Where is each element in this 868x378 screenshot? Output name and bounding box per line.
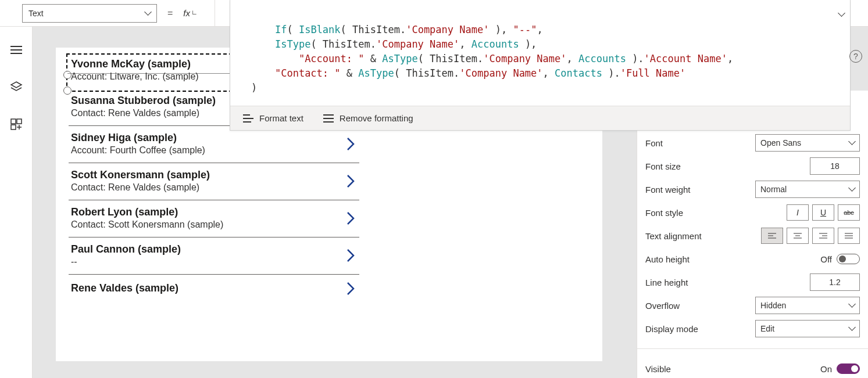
fontweight-select[interactable]: Normal (755, 181, 860, 198)
chevron-right-icon[interactable] (345, 136, 357, 152)
item-subtitle: Contact: Rene Valdes (sample) (71, 182, 210, 193)
fontsize-label: Font size (645, 161, 681, 171)
svg-rect-6 (11, 125, 16, 129)
item-subtitle: Contact: Rene Valdes (sample) (71, 108, 216, 118)
fx-label[interactable]: fx (183, 8, 209, 18)
item-subtitle: Contact: Scott Konersmann (sample) (71, 219, 223, 230)
svg-rect-4 (11, 119, 16, 124)
fontweight-label: Font weight (645, 185, 691, 195)
fontsize-input[interactable]: 18 (810, 157, 860, 175)
left-rail (0, 27, 33, 378)
formula-toolbar: Format text Remove formatting (230, 106, 850, 130)
chevron-down-icon[interactable] (839, 7, 844, 21)
chevron-down-icon (849, 138, 855, 147)
item-title: Susanna Stubberod (sample) (71, 95, 216, 107)
hamburger-icon[interactable] (9, 43, 23, 57)
chevron-down-icon (849, 185, 855, 194)
item-subtitle: -- (71, 257, 181, 267)
textalign-label: Text alignment (645, 231, 702, 241)
gallery-item[interactable]: Rene Valdes (sample) (69, 275, 359, 304)
chevron-down-icon (849, 324, 855, 333)
font-label: Font (645, 138, 663, 148)
chevron-down-icon (190, 9, 198, 17)
font-select[interactable]: Open Sans (755, 134, 860, 152)
remove-formatting-button[interactable]: Remove formatting (323, 113, 413, 123)
svg-rect-5 (17, 119, 22, 124)
property-select[interactable]: Text (22, 4, 157, 23)
item-title: Yvonne McKay (sample) (71, 58, 199, 70)
align-justify-button[interactable] (838, 228, 860, 244)
chevron-right-icon[interactable] (345, 173, 357, 189)
remove-format-icon (323, 114, 334, 123)
gallery-item[interactable]: Robert Lyon (sample) Contact: Scott Kone… (69, 200, 359, 237)
equals-sign: = (165, 8, 175, 19)
chevron-right-icon[interactable] (345, 210, 357, 226)
autoheight-value: Off (820, 254, 832, 264)
overflow-label: Overflow (645, 301, 680, 311)
align-right-button[interactable] (812, 228, 834, 244)
chevron-down-icon (849, 301, 855, 310)
displaymode-select[interactable]: Edit (755, 320, 860, 337)
autoheight-toggle[interactable] (837, 254, 860, 264)
properties-panel: (sample) Font Open Sans Font size 18 Fon… (637, 91, 868, 378)
chevron-right-icon[interactable] (345, 280, 357, 297)
property-select-value: Text (28, 9, 44, 18)
gallery-item[interactable]: Sidney Higa (sample) Account: Fourth Cof… (69, 126, 359, 163)
item-title: Rene Valdes (sample) (71, 282, 178, 294)
chevron-right-icon[interactable] (345, 247, 357, 264)
lineheight-label: Line height (645, 278, 688, 287)
fontstyle-label: Font style (645, 208, 683, 218)
align-center-button[interactable] (787, 228, 809, 244)
align-left-button[interactable] (761, 228, 783, 244)
formula-bar[interactable]: If( IsBlank( ThisItem.'Company Name' ), … (230, 0, 851, 131)
svg-marker-3 (11, 82, 22, 88)
help-icon[interactable]: ? (849, 50, 862, 63)
format-icon (243, 114, 253, 123)
displaymode-label: Display mode (645, 324, 698, 334)
visible-toggle[interactable] (837, 363, 860, 374)
item-subtitle: Account: Litware, Inc. (sample) (71, 71, 199, 82)
lineheight-input[interactable]: 1.2 (810, 273, 860, 291)
italic-button[interactable]: I (787, 204, 809, 221)
format-text-button[interactable]: Format text (243, 113, 303, 123)
visible-value: On (820, 364, 832, 374)
overflow-select[interactable]: Hidden (755, 297, 860, 314)
layers-icon[interactable] (9, 80, 23, 94)
item-subtitle: Account: Fourth Coffee (sample) (71, 145, 205, 156)
strikethrough-button[interactable]: abc (838, 204, 860, 221)
item-title: Sidney Higa (sample) (71, 132, 205, 144)
item-title: Paul Cannon (sample) (71, 243, 181, 255)
chevron-down-icon (145, 9, 151, 18)
autoheight-label: Auto height (645, 254, 690, 264)
gallery-item[interactable]: Scott Konersmann (sample) Contact: Rene … (69, 163, 359, 200)
formula-code[interactable]: If( IsBlank( ThisItem.'Company Name' ), … (230, 0, 850, 106)
insert-icon[interactable] (9, 117, 23, 131)
gallery-item[interactable]: Paul Cannon (sample) -- (69, 237, 359, 275)
item-title: Scott Konersmann (sample) (71, 169, 210, 181)
item-title: Robert Lyon (sample) (71, 206, 223, 218)
underline-button[interactable]: U (812, 204, 834, 221)
visible-label: Visible (645, 364, 671, 374)
